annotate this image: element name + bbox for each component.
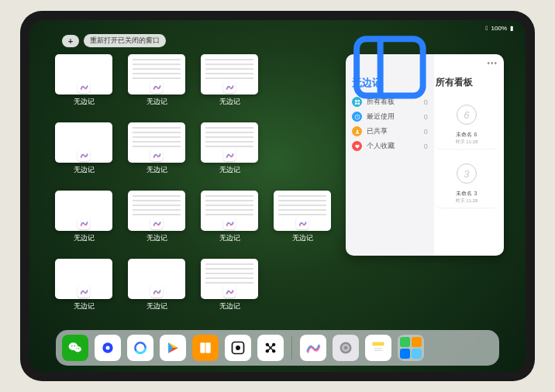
dock-app-freeform[interactable] <box>300 335 326 361</box>
app-window-thumb[interactable]: 无边记 <box>197 54 262 118</box>
svg-point-28 <box>344 346 348 350</box>
sidebar-item-label: 最近使用 <box>367 112 395 122</box>
app-window-thumb[interactable]: 无边记 <box>51 259 116 322</box>
freeform-app-icon <box>223 285 236 297</box>
freeform-app-icon <box>78 149 90 161</box>
panel-content: 所有看板 6未命名 6昨天 11:283未命名 3昨天 11:28 <box>431 60 498 249</box>
window-preview[interactable] <box>201 191 258 231</box>
dock-app-play[interactable] <box>160 335 186 361</box>
freeform-app-icon <box>223 81 236 93</box>
sidebar-item[interactable]: 已共享0 <box>352 124 428 139</box>
app-window-thumb[interactable]: 无边记 <box>197 122 262 186</box>
dock <box>56 330 499 366</box>
window-label: 无边记 <box>74 97 95 107</box>
window-toolbar: + 重新打开已关闭的窗口 <box>62 34 166 47</box>
dock-app-connect[interactable] <box>257 335 284 361</box>
window-label: 无边记 <box>219 301 240 311</box>
sidebar-item-count: 0 <box>424 143 428 150</box>
window-label: 无边记 <box>219 233 240 243</box>
app-window-thumb[interactable]: 无边记 <box>51 191 116 254</box>
svg-point-12 <box>76 348 77 349</box>
dock-app-books[interactable] <box>192 335 219 361</box>
svg-point-10 <box>71 346 73 347</box>
svg-rect-29 <box>373 342 384 346</box>
svg-point-11 <box>74 346 75 347</box>
app-window-thumb[interactable]: 无边记 <box>124 122 189 186</box>
sidebar-item-count: 0 <box>424 98 428 106</box>
dock-app-settings[interactable] <box>333 335 359 361</box>
sidebar-item-label: 已共享 <box>367 126 388 136</box>
more-icon[interactable]: ••• <box>487 59 498 67</box>
svg-rect-4 <box>355 102 357 105</box>
dock-app-library[interactable] <box>398 335 424 361</box>
reopen-closed-window-button[interactable]: 重新打开已关闭的窗口 <box>84 34 166 47</box>
dock-app-widgets[interactable] <box>225 335 251 361</box>
main-area: 无边记无边记无边记无边记无边记无边记无边记无边记无边记无边记无边记无边记无边记 … <box>51 54 504 327</box>
sidebar-item[interactable]: 最近使用0 <box>352 109 428 124</box>
dock-app-quark[interactable] <box>127 335 153 361</box>
window-label: 无边记 <box>292 233 313 243</box>
window-preview[interactable] <box>128 259 185 299</box>
window-preview[interactable] <box>128 191 185 231</box>
wifi-icon: 􀙇 <box>486 25 488 32</box>
board-card[interactable]: 3未命名 3昨天 11:28 <box>436 154 498 208</box>
window-preview[interactable] <box>274 191 331 231</box>
svg-rect-19 <box>205 342 210 352</box>
battery-text: 100% <box>491 25 507 32</box>
dock-app-wechat[interactable] <box>62 335 88 361</box>
svg-point-15 <box>106 346 110 350</box>
dock-separator <box>291 336 292 359</box>
window-label: 无边记 <box>147 97 167 107</box>
app-window-thumb[interactable]: 无边记 <box>270 191 335 254</box>
freeform-side-panel[interactable]: ••• 无边记 所有看板0最近使用0已共享0个人收藏0 所有看板 6未命名 6昨… <box>346 54 504 256</box>
app-window-thumb[interactable]: 无边记 <box>197 191 262 254</box>
window-label: 无边记 <box>74 165 95 175</box>
window-grid: 无边记无边记无边记无边记无边记无边记无边记无边记无边记无边记无边记无边记无边记 <box>51 54 335 327</box>
window-preview[interactable] <box>201 259 258 299</box>
dock-app-browser[interactable] <box>95 335 121 361</box>
sidebar-item[interactable]: 所有看板0 <box>352 95 428 109</box>
window-label: 无边记 <box>147 165 167 175</box>
freeform-app-icon <box>296 217 309 229</box>
freeform-app-icon <box>150 81 163 93</box>
sidebar-toggle-icon[interactable] <box>352 60 428 74</box>
window-preview[interactable] <box>55 191 112 231</box>
board-preview: 6 <box>439 98 495 131</box>
app-window-thumb[interactable]: 无边记 <box>124 54 189 118</box>
freeform-app-icon <box>78 217 90 229</box>
heart-icon <box>352 141 362 151</box>
dock-app-notes[interactable] <box>365 335 391 361</box>
window-preview[interactable] <box>128 54 185 95</box>
svg-rect-30 <box>373 346 384 354</box>
app-window-thumb[interactable]: 无边记 <box>51 54 116 118</box>
sidebar-item-label: 个人收藏 <box>367 141 395 151</box>
window-preview[interactable] <box>55 54 112 95</box>
board-card[interactable]: 6未命名 6昨天 11:28 <box>436 95 498 149</box>
board-time: 昨天 11:28 <box>439 139 495 146</box>
app-window-thumb[interactable]: 无边记 <box>51 122 116 186</box>
window-preview[interactable] <box>201 54 258 95</box>
svg-rect-18 <box>200 342 205 352</box>
freeform-app-icon <box>78 81 90 93</box>
window-label: 无边记 <box>147 233 167 243</box>
app-window-thumb[interactable]: 无边记 <box>124 259 189 322</box>
svg-rect-2 <box>355 100 357 102</box>
board-name: 未命名 6 <box>439 131 495 139</box>
window-label: 无边记 <box>74 233 95 243</box>
window-preview[interactable] <box>201 122 258 163</box>
status-bar: 􀙇 100% ▮ <box>29 22 526 33</box>
freeform-app-icon <box>223 149 236 161</box>
screen: 􀙇 100% ▮ + 重新打开已关闭的窗口 无边记无边记无边记无边记无边记无边记… <box>29 20 526 372</box>
sidebar-item-label: 所有看板 <box>367 97 395 107</box>
sidebar-item[interactable]: 个人收藏0 <box>352 139 428 153</box>
window-preview[interactable] <box>55 259 112 299</box>
new-window-button[interactable]: + <box>62 35 79 47</box>
app-window-thumb[interactable]: 无边记 <box>197 259 262 322</box>
board-name: 未命名 3 <box>439 190 495 198</box>
window-label: 无边记 <box>219 97 240 107</box>
app-window-thumb[interactable]: 无边记 <box>124 191 189 254</box>
window-label: 无边记 <box>219 165 240 175</box>
freeform-app-icon <box>223 217 236 229</box>
window-preview[interactable] <box>55 122 112 163</box>
window-preview[interactable] <box>128 122 185 163</box>
